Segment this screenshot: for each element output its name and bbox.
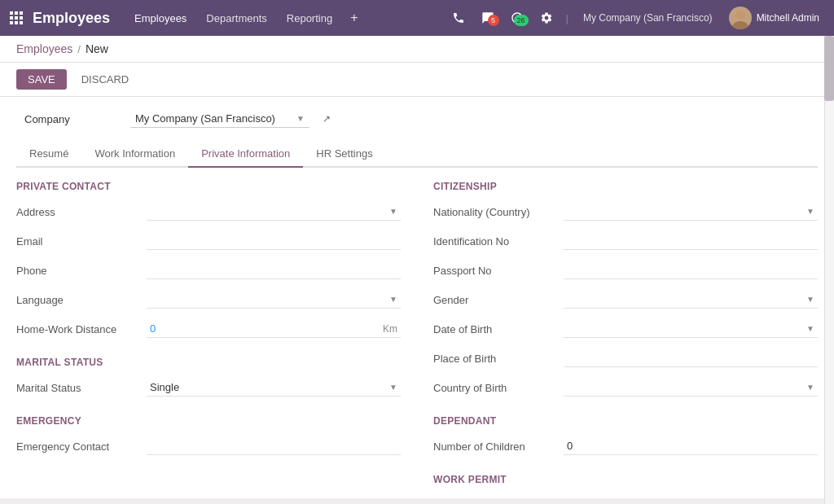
company-field-label: Company	[24, 113, 122, 125]
company-row: Company My Company (San Francisco) ▼ ↗	[16, 110, 818, 128]
marital-status-select[interactable]: Single ▼	[147, 379, 401, 397]
svg-point-10	[732, 21, 748, 29]
svg-rect-8	[20, 21, 23, 24]
phone-input[interactable]	[147, 261, 401, 279]
settings-icon-btn[interactable]	[533, 11, 560, 24]
home-work-distance-value: 0	[150, 322, 156, 335]
top-navigation: Employees Employees Departments Reportin…	[0, 0, 834, 36]
marital-status-section: Marital Status Marital Status Single ▼	[16, 357, 401, 399]
language-label: Language	[16, 294, 147, 306]
email-input[interactable]	[147, 232, 401, 250]
emergency-title: Emergency	[16, 415, 401, 427]
citizenship-title: Citizenship	[433, 181, 818, 192]
nav-reporting[interactable]: Reporting	[279, 0, 340, 36]
user-name: Mitchell Admin	[757, 12, 819, 24]
phone-icon-btn[interactable]	[446, 11, 472, 24]
company-select[interactable]: My Company (San Francisco) ▼	[130, 110, 309, 128]
user-avatar	[729, 7, 752, 29]
nav-employees[interactable]: Employees	[126, 0, 195, 36]
breadcrumb: Employees / New	[0, 36, 834, 63]
main-content: Company My Company (San Francisco) ▼ ↗ R…	[0, 97, 834, 498]
save-button[interactable]: SAVE	[16, 69, 67, 90]
nav-departments[interactable]: Departments	[198, 0, 274, 36]
chat-icon-btn[interactable]: 5	[475, 11, 501, 24]
number-of-children-row: Number of Children 0	[433, 435, 818, 458]
tab-work-information[interactable]: Work Information	[81, 141, 188, 168]
passport-input[interactable]	[564, 261, 818, 279]
address-label: Address	[16, 206, 147, 218]
left-column: Private Contact Address ▼ Email Phone	[16, 181, 401, 498]
identification-label: Identification No	[433, 235, 564, 248]
work-permit-section: Work Permit Visa No	[433, 474, 818, 498]
gender-select[interactable]: ▼	[564, 291, 818, 309]
address-arrow: ▼	[389, 207, 397, 216]
marital-status-label: Marital Status	[16, 382, 147, 394]
action-bar: SAVE DISCARD	[0, 63, 834, 97]
home-work-distance-row: Home-Work Distance 0 Km	[16, 318, 401, 340]
email-label: Email	[16, 235, 147, 248]
passport-row: Passport No	[433, 259, 818, 282]
nav-plus-button[interactable]: +	[344, 11, 364, 25]
passport-label: Passport No	[433, 265, 564, 277]
place-of-birth-input[interactable]	[564, 349, 818, 367]
home-work-distance-suffix: Km	[383, 323, 397, 335]
tab-hr-settings[interactable]: HR Settings	[303, 141, 385, 168]
svg-rect-7	[15, 21, 18, 24]
gender-row: Gender ▼	[433, 288, 818, 311]
nationality-arrow: ▼	[806, 207, 814, 216]
scrollbar-track[interactable]	[824, 36, 834, 504]
company-name: My Company (San Francisco)	[583, 12, 713, 24]
identification-input[interactable]	[564, 232, 818, 250]
svg-rect-5	[20, 16, 23, 20]
svg-rect-1	[15, 11, 18, 15]
nationality-select[interactable]: ▼	[564, 203, 818, 221]
scrollbar-thumb[interactable]	[824, 36, 834, 101]
private-contact-section: Private Contact Address ▼ Email Phone	[16, 181, 401, 340]
address-row: Address ▼	[16, 200, 401, 223]
dob-arrow: ▼	[806, 324, 814, 333]
nationality-label: Nationality (Country)	[433, 206, 564, 218]
dependant-section: Dependant Number of Children 0	[433, 415, 818, 458]
app-title: Employees	[33, 10, 110, 27]
form-grid: Private Contact Address ▼ Email Phone	[16, 181, 818, 498]
gender-label: Gender	[433, 294, 564, 306]
marital-status-arrow: ▼	[389, 383, 397, 392]
discard-button[interactable]: DISCARD	[73, 69, 138, 90]
company-external-link[interactable]: ↗	[323, 113, 331, 125]
gender-arrow: ▼	[806, 295, 814, 304]
clock-icon-btn[interactable]: 26	[504, 11, 530, 24]
emergency-contact-label: Emergency Contact	[16, 440, 147, 453]
date-of-birth-row: Date of Birth ▼	[433, 318, 818, 340]
user-menu[interactable]: Mitchell Admin	[724, 7, 824, 29]
tab-private-information[interactable]: Private Information	[188, 141, 303, 168]
date-of-birth-input[interactable]: ▼	[564, 320, 818, 338]
marital-status-value: Single	[150, 381, 179, 393]
language-arrow: ▼	[389, 295, 397, 304]
company-select-value: My Company (San Francisco)	[135, 112, 275, 125]
company-selector[interactable]: My Company (San Francisco)	[575, 12, 721, 24]
clock-badge: 26	[514, 15, 529, 26]
identification-row: Identification No	[433, 230, 818, 252]
company-dropdown-arrow: ▼	[296, 114, 305, 123]
svg-rect-0	[10, 11, 13, 15]
emergency-contact-input[interactable]	[147, 437, 401, 455]
breadcrumb-separator: /	[77, 43, 81, 55]
address-input[interactable]: ▼	[147, 203, 401, 221]
number-of-children-label: Number of Children	[433, 440, 564, 453]
cob-arrow: ▼	[806, 383, 814, 392]
language-select[interactable]: ▼	[147, 291, 401, 309]
breadcrumb-current: New	[86, 42, 108, 55]
visa-no-input[interactable]	[564, 496, 818, 498]
number-of-children-input[interactable]: 0	[564, 437, 818, 455]
home-work-distance-input[interactable]: 0 Km	[147, 320, 401, 338]
tab-resume[interactable]: Resumé	[16, 141, 81, 168]
app-grid-icon[interactable]	[10, 11, 23, 24]
marital-status-row: Marital Status Single ▼	[16, 376, 401, 399]
svg-rect-2	[20, 11, 23, 15]
breadcrumb-parent[interactable]: Employees	[16, 42, 72, 55]
country-of-birth-select[interactable]: ▼	[564, 379, 818, 397]
citizenship-section: Citizenship Nationality (Country) ▼ Iden…	[433, 181, 818, 399]
language-row: Language ▼	[16, 288, 401, 311]
place-of-birth-row: Place of Birth	[433, 347, 818, 370]
place-of-birth-label: Place of Birth	[433, 353, 564, 365]
